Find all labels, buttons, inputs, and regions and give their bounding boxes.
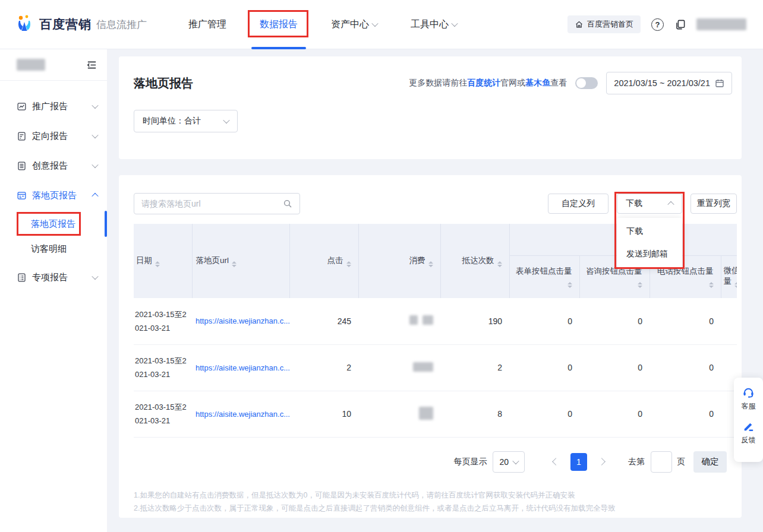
home-button[interactable]: 百度营销首页: [567, 15, 641, 33]
customize-columns-button[interactable]: 自定义列: [548, 194, 608, 214]
cell-cost-redacted: [358, 344, 440, 391]
table-row: 2021-03-15至2021-03-21 https://aisite.wej…: [134, 344, 737, 391]
note-line-2: 2.抵达次数略少于点击次数，属于正常现象，可能是点击之后直接调起了营销类的创意组…: [134, 502, 727, 515]
calendar-icon: [715, 78, 724, 88]
table-row: 2021-03-15至2021-03-21 https://aisite.wej…: [134, 391, 737, 437]
download-menu-item-send-email[interactable]: 发送到邮箱: [617, 243, 682, 265]
reset-column-width-button[interactable]: 重置列宽: [691, 194, 737, 214]
sidebar-item-promotion-report[interactable]: 推广报告: [0, 91, 107, 121]
current-page-button[interactable]: 1: [570, 453, 587, 471]
home-icon: [575, 20, 584, 29]
cell-cost-redacted: [358, 298, 440, 344]
landing-page-report-icon: [17, 191, 27, 201]
more-data-text: 更多数据请前往百度统计官网或基木鱼查看: [409, 78, 567, 88]
sidebar-item-targeting-report[interactable]: 定向报告: [0, 121, 107, 151]
sidebar-subitem-visitor-detail[interactable]: 访客明细: [0, 238, 107, 260]
cell-date: 2021-03-15至2021-03-21: [134, 391, 192, 437]
column-header-url[interactable]: 落地页url: [192, 224, 289, 298]
report-header-card: 落地页报告 更多数据请前往百度统计官网或基木鱼查看 2021/03/15 ~ 2…: [119, 56, 742, 159]
customer-service-button[interactable]: 客服: [742, 385, 756, 411]
cell-arrivals: 190: [440, 298, 509, 344]
nav-item-data-report[interactable]: 数据报告: [256, 0, 301, 49]
logo-text: 百度营销: [39, 16, 92, 33]
chevron-up-icon: [92, 193, 98, 200]
column-header-arrivals[interactable]: 抵达次数: [440, 224, 509, 298]
cell-url: https://aisite.wejianzhan.c...: [192, 391, 289, 437]
special-report-icon: [17, 273, 27, 283]
next-page-button[interactable]: [598, 458, 606, 466]
cell-cost-redacted: [358, 391, 440, 437]
sidebar-subitem-landing-page-report[interactable]: 落地页报告: [0, 213, 107, 235]
search-input[interactable]: [141, 199, 283, 208]
landing-page-url-link[interactable]: https://aisite.wejianzhan.c...: [196, 363, 290, 372]
per-page-select[interactable]: 20: [493, 451, 525, 473]
help-icon[interactable]: ?: [651, 18, 664, 31]
chevron-down-icon: [92, 102, 98, 109]
chevron-up-icon: [667, 201, 674, 208]
baidu-marketing-logo-icon: [14, 14, 34, 34]
column-header-clicks[interactable]: 点击: [289, 224, 358, 298]
landing-page-url-link[interactable]: https://aisite.wejianzhan.c...: [196, 316, 290, 325]
top-navigation-bar: 百度营销 信息流推广 推广管理 数据报告 资产中心 工具中心 百度营销首页 ?: [0, 0, 763, 49]
more-data-toggle[interactable]: [575, 77, 598, 89]
report-table-card: 自定义列 下载 下载 发送到邮箱 重置列宽: [119, 175, 742, 518]
pagination: 每页显示 20 1 去第 页 确定: [119, 451, 727, 473]
date-range-picker[interactable]: 2021/03/15 ~ 2021/03/21: [606, 72, 732, 94]
collapse-sidebar-icon[interactable]: [86, 59, 97, 71]
creative-report-icon: [17, 161, 27, 171]
cell-form-clicks: 0: [509, 298, 579, 344]
time-unit-select[interactable]: 时间单位：合计: [134, 110, 238, 132]
logo[interactable]: 百度营销 信息流推广: [14, 14, 147, 34]
cell-wechat-clicks: [721, 298, 737, 344]
page-unit-label: 页: [677, 457, 685, 467]
sidebar-item-landing-page-report[interactable]: 落地页报告: [0, 180, 107, 210]
download-button[interactable]: 下载: [617, 194, 682, 214]
sidebar-item-creative-report[interactable]: 创意报告: [0, 151, 107, 180]
chevron-down-icon: [451, 20, 458, 27]
targeting-report-icon: [17, 131, 27, 141]
sort-icon: [155, 261, 160, 267]
jimuyu-link[interactable]: 基木鱼: [525, 78, 550, 87]
toggle-knob: [576, 78, 586, 88]
column-header-wechat-button-clicks[interactable]: 微信按钮点击量: [721, 255, 737, 298]
promotion-report-icon: [17, 102, 27, 112]
page-title: 落地页报告: [134, 75, 193, 91]
column-header-date[interactable]: 日期: [134, 224, 192, 298]
note-line-1: 1.如果您的自建站有点击消费数据，但是抵达次数为0，可能是因为未安装百度统计代码…: [134, 489, 727, 502]
footer-notes: 1.如果您的自建站有点击消费数据，但是抵达次数为0，可能是因为未安装百度统计代码…: [134, 489, 727, 515]
chevron-down-icon: [92, 132, 98, 138]
cell-arrivals: 2: [440, 344, 509, 391]
sort-icon: [709, 282, 714, 288]
sidebar: 推广报告 定向报告 创意报告 落地页报告 落地页报告: [0, 49, 107, 532]
sidebar-item-special-report[interactable]: 专项报告: [0, 262, 107, 292]
cell-date: 2021-03-15至2021-03-21: [134, 344, 192, 391]
cell-consult-clicks: 0: [579, 391, 650, 437]
sort-icon: [232, 261, 237, 267]
headset-icon: [742, 385, 755, 399]
cell-url: https://aisite.wejianzhan.c...: [192, 298, 289, 344]
chevron-down-icon: [512, 457, 519, 464]
download-menu-item-download[interactable]: 下载: [617, 220, 682, 243]
column-header-form-button-clicks[interactable]: 表单按钮点击量: [509, 255, 579, 298]
cell-url: https://aisite.wejianzhan.c...: [192, 344, 289, 391]
per-page-label: 每页显示: [453, 457, 487, 467]
cell-form-clicks: 0: [509, 344, 579, 391]
nav-item-tool-center[interactable]: 工具中心: [407, 0, 461, 49]
cell-phone-clicks: 0: [650, 298, 721, 344]
selected-item-indicator: [105, 211, 107, 237]
nav-item-promotion-management[interactable]: 推广管理: [185, 0, 230, 49]
landing-page-url-link[interactable]: https://aisite.wejianzhan.c...: [196, 410, 290, 419]
cell-consult-clicks: 0: [579, 344, 650, 391]
cell-consult-clicks: 0: [579, 298, 650, 344]
confirm-button[interactable]: 确定: [693, 451, 727, 473]
feedback-button[interactable]: 反馈: [742, 420, 756, 445]
search-icon[interactable]: [283, 199, 292, 208]
cell-clicks: 10: [289, 391, 358, 437]
copy-icon[interactable]: [674, 19, 686, 30]
goto-page-input[interactable]: [651, 451, 672, 473]
prev-page-button[interactable]: [552, 458, 560, 466]
cell-clicks: 2: [289, 344, 358, 391]
column-header-cost[interactable]: 消费: [358, 224, 440, 298]
nav-item-asset-center[interactable]: 资产中心: [327, 0, 381, 49]
baidu-tongji-link[interactable]: 百度统计: [467, 78, 500, 87]
